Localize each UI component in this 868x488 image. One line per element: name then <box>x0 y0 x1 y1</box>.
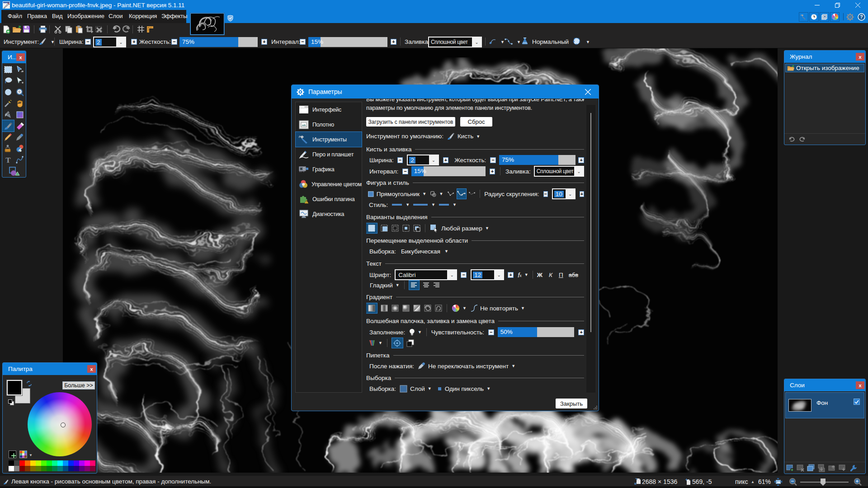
svg-text:?: ? <box>860 14 863 19</box>
svg-text:T: T <box>5 156 11 164</box>
